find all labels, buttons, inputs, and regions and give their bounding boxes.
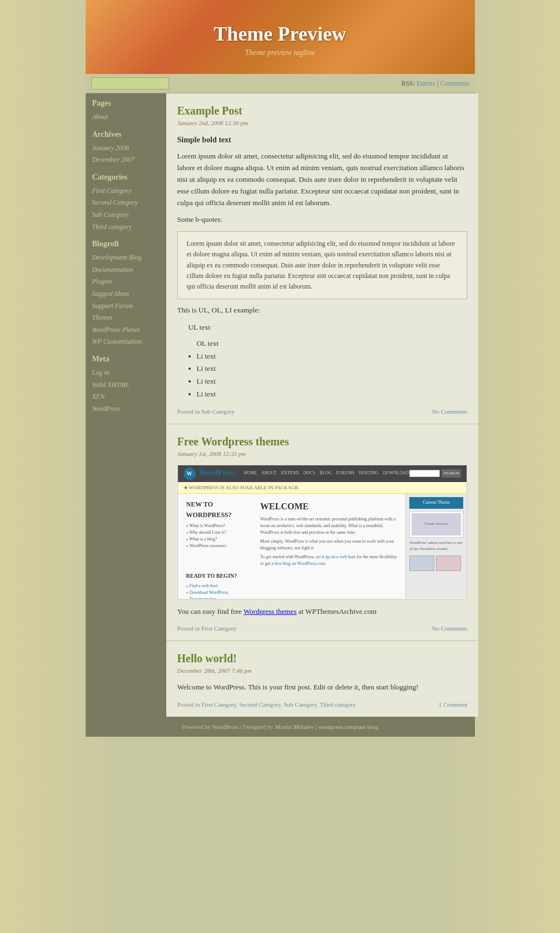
sidebar-link-third-cat[interactable]: Third category [92,221,160,234]
li-item-4: Li text [197,389,468,400]
rss-comments-link[interactable]: Comments [440,80,469,87]
post-category-link-first[interactable]: First Category [201,625,236,632]
post-content-hello: Welcome to WordPress. This is your first… [177,682,468,693]
sidebar-link-login[interactable]: Log in [92,367,160,379]
sidebar-link-dec2007[interactable]: December 2007 [92,154,160,166]
li-item-1: Li text [197,351,468,363]
post-comments-link-2[interactable]: No Comments [432,625,467,632]
rss-entries-link[interactable]: Entries [417,80,435,87]
post-footer-wp: Posted in First Category No Comments [177,625,468,632]
sidebar-link-suggest[interactable]: Suggest Ideas [92,288,160,300]
sidebar-link-xfn[interactable]: XFN [92,391,160,403]
post-title-wp: Free Wordpress themes [177,435,468,448]
sidebar-link-jan2008[interactable]: January 2008 [92,142,160,155]
post-example: Example Post January 2nd, 2008 12:36 pm … [166,93,479,424]
sidebar-link-themes[interactable]: Themes [92,312,160,324]
post-comments-link-1[interactable]: No Comments [432,408,467,415]
post-date-wp: January 1st, 2008 12:33 pm [177,450,468,457]
sidebar-link-support[interactable]: Support Forum [92,300,160,312]
site-tagline: Theme preview tagline [97,48,464,57]
post-footer-example: Posted in Sub Category No Comments [177,408,468,415]
post-comments-link-3[interactable]: 1 Comment [439,701,468,708]
ul-list-example: UL text [189,322,468,334]
post-category-link-subcategory[interactable]: Sub Category [201,408,235,415]
post-title-link-wp[interactable]: Free Wordpress themes [177,435,289,448]
site-footer: Powered by WordPress | Designed by Marti… [86,717,475,737]
post-hello-world: Hello world! December 28th, 2007 7:46 pm… [166,641,479,717]
post-content-wp: W WordPress HOME ABOUT EXTEND DOCS [177,465,468,618]
post-title-link-hello[interactable]: Hello world! [177,652,237,664]
post-body-wp: You can easy find free Wordpress themes … [177,606,468,618]
footer-template-blog-link[interactable]: wordpress template blog [318,723,378,730]
footer-designer-link[interactable]: Martin Mihalev [275,723,314,730]
post-wordpress-themes: Free Wordpress themes January 1st, 2008 … [166,424,479,642]
ol-item: OL text [197,338,468,350]
post-title-hello: Hello world! [177,652,468,665]
list-label-example: This is UL, OL, LI example: [177,305,468,316]
post-category-sub[interactable]: Sub Category [284,701,316,708]
post-body-example: Lorem ipsum dolor sit amet, consectetur … [177,151,468,209]
footer-designed-by: | Designed by [240,723,274,730]
post-footer-hello: Posted in First Category, Second Categor… [177,701,468,708]
bquotes-label: Some b-quotes: [177,214,468,226]
sidebar-link-first-cat[interactable]: First Category [92,185,160,197]
post-category-second[interactable]: Second Category [239,701,281,708]
post-category-label-3: Posted in First Category, Second Categor… [177,701,356,708]
post-date-example: January 2nd, 2008 12:36 pm [177,120,468,126]
site-title: Theme Preview [97,22,464,46]
site-header: Theme Preview Theme preview tagline [86,0,475,74]
search-form [91,77,169,90]
sidebar-link-wp-custom[interactable]: WP Customization [92,336,160,348]
sidebar-link-xhtml[interactable]: Valid XHTML [92,379,160,391]
sidebar-link-about[interactable]: About [92,111,160,123]
post-title-link-example[interactable]: Example Post [177,105,242,117]
categories-title: Categories [92,173,160,182]
footer-powered-by: Powered by [182,723,211,730]
post-heading-example: Simple bold text [177,134,468,146]
blogroll-title: Blogroll [92,240,160,249]
archives-title: Archives [92,130,160,139]
sidebar-link-wp-planet[interactable]: WordPress Planet [92,324,160,336]
sidebar-link-docs[interactable]: Documentation [92,264,160,276]
content-area: Example Post January 2nd, 2008 12:36 pm … [166,93,479,717]
rss-label: RSS: [401,80,415,87]
sidebar-link-dev-blog[interactable]: Development Blog [92,252,160,264]
post-date-hello: December 28th, 2007 7:46 pm [177,667,468,674]
navbar: RSS: Entries | Comments [86,74,475,93]
footer-wordpress-link[interactable]: WordPress [212,723,239,730]
wordpress-themes-link[interactable]: Wordpress themes [244,607,296,616]
pages-title: Pages [92,99,160,108]
ol-list-example: OL text Li text Li text Li text Li text [197,338,468,400]
wp-screenshot-inner: W WordPress HOME ABOUT EXTEND DOCS [178,465,467,599]
post-category-third[interactable]: Third category [320,701,356,708]
sidebar-link-second-cat[interactable]: Second Category [92,197,160,209]
sidebar-link-wordpress-meta[interactable]: WordPress [92,403,160,415]
sidebar-link-plugins[interactable]: Plugins [92,276,160,288]
li-item-2: Li text [197,363,468,375]
sidebar-link-sub-cat[interactable]: Sub Category [92,209,160,221]
search-input[interactable] [91,77,169,90]
wp-screenshot: W WordPress HOME ABOUT EXTEND DOCS [177,465,468,599]
meta-title: Meta [92,355,160,364]
post-body-hello: Welcome to WordPress. This is your first… [177,682,468,693]
main-wrapper: Pages About Archives January 2008 Decemb… [86,93,475,717]
ul-item: UL text [189,322,468,334]
li-item-3: Li text [197,376,468,388]
post-content-example: Simple bold text Lorem ipsum dolor sit a… [177,134,468,400]
post-category-label-1: Posted in Sub Category [177,408,235,415]
post-title-example: Example Post [177,105,468,117]
post-category-first[interactable]: First Category [201,701,236,708]
sidebar: Pages About Archives January 2008 Decemb… [86,93,166,717]
post-blockquote-example: Lorem ipsum dolor sit amet, consectetur … [177,231,468,299]
rss-links: RSS: Entries | Comments [401,80,469,88]
post-category-label-2: Posted in First Category [177,625,237,632]
